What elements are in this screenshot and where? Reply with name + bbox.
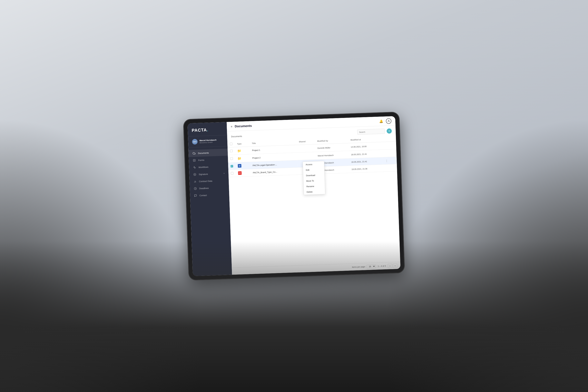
row2-modified-at: 18.05.2021, 21:41 [351,153,367,156]
context-menu: Access Edit Download Move To Rename Dele… [303,161,325,195]
row2-type-icon: 📁 [238,156,242,160]
logo-dot: . [207,127,208,132]
logo: PACTA. [192,127,208,133]
contact-icon [194,194,197,197]
col-modified-by: Modified by [315,137,348,144]
breadcrumb: Documents [231,135,242,138]
row2-moddate: 18.05.2021, 21:41 [348,150,382,158]
row4-modified-at: 18.05.2021, 21:36 [352,168,367,170]
sidebar-item-workflows-label: Workflows [198,166,208,168]
context-menu-item-move-to[interactable]: Move To [303,178,325,184]
row4-checkbox[interactable] [231,172,233,174]
row2-modifier: Marcel Horndasch [315,151,349,160]
row3-modified-at: 18.05.2021, 21:41 [351,160,367,163]
sidebar-item-contact[interactable]: Contact [190,191,229,199]
hand-right [382,118,588,392]
sidebar-item-forms-label: Forms [198,159,204,161]
user-info[interactable]: MH Marcel Horndasch BlockArts GmbH [188,135,228,148]
context-menu-item-delete[interactable]: Delete [304,188,325,195]
tablet-screen: PACTA. MH Marcel Horndasch BlockArts Gmb… [188,116,401,276]
add-icon: + [388,129,390,132]
context-menu-item-rename[interactable]: Rename [304,183,325,189]
row3-type: W [235,162,251,170]
workflows-icon [193,166,196,169]
contract-data-icon [193,180,197,183]
row4-type: PDF [236,169,251,177]
row1-filename: Project 1 [252,149,260,151]
prev-page-button[interactable]: ‹ [388,264,392,268]
row4-type-icon: PDF [238,171,242,175]
row1-moddate: 14.06.2021, 10:00 [348,142,382,151]
row1-checkbox[interactable] [230,150,233,152]
context-menu-item-download[interactable]: Download [303,172,325,178]
tablet: PACTA. MH Marcel Horndasch BlockArts Gmb… [184,112,404,280]
sidebar-nav: Documents Forms [188,146,232,276]
sidebar: PACTA. MH Marcel Horndasch BlockArts Gmb… [188,122,232,276]
sidebar-item-contract-data-label: Contract Data [199,180,212,182]
row2-more [382,149,397,157]
row1-modified-by: Dominik Müller [318,146,330,149]
row1-shared [297,144,315,152]
col-actions [381,135,396,142]
row2-checkbox-cell [228,154,235,162]
row4-checkbox-cell [228,170,236,177]
search-area: + [357,128,392,134]
col-type: Type [235,140,250,147]
row2-modified-by: Marcel Horndasch [318,154,334,157]
row1-modified-at: 14.06.2021, 10:00 [351,145,367,148]
row3-type-icon: W [238,164,241,168]
avatar: MH [192,139,198,144]
row1-more [381,142,396,150]
topbar-actions: 🔔 [379,118,391,124]
cloud-icon [193,152,196,155]
row1-type: 📁 [235,146,250,155]
topbar-user-icon[interactable] [386,118,391,124]
row3-checkbox[interactable]: ✓ [231,165,233,167]
col-shared: Shared [296,138,315,145]
row2-shared [297,152,316,160]
col-modified-at: Modified at [348,136,381,143]
row4-moddate: 18.05.2021, 21:36 [349,164,382,173]
context-menu-item-access[interactable]: Access [303,161,324,167]
next-page-button[interactable]: › [393,263,397,268]
pagination-bar: Items per page: 15 25 50 1 – 4 of 4 ‹ › [232,262,401,275]
row3-filename: PACTA-Legal-Operation-... [253,163,277,166]
row2-type: 📁 [235,154,250,162]
items-per-page-select[interactable]: 15 25 50 [367,264,376,268]
row2-checkbox[interactable] [230,157,233,160]
row1-modifier: Dominik Müller [315,143,348,152]
row1-checkbox-cell [228,147,235,155]
add-button[interactable]: + [386,128,392,134]
row3-moddate: 18.05.2021, 21:41 [349,157,382,166]
forms-icon [193,159,196,162]
sidebar-item-contact-label: Contact [199,194,207,196]
row3-more-button[interactable]: ⋮ [384,159,389,162]
row2-filename: Project 2 [252,156,260,159]
context-menu-item-edit[interactable]: Edit [303,166,324,173]
menu-icon[interactable]: ≡ [231,125,232,128]
row3-checkbox-cell: ✓ [228,162,236,170]
select-all-checkbox[interactable] [230,142,232,145]
col-checkbox [227,141,235,147]
sidebar-item-signature-label: Signature [199,173,208,176]
items-per-page: Items per page: 15 25 50 [352,264,376,269]
user-details: Marcel Horndasch BlockArts GmbH [200,138,224,144]
row3-more[interactable]: ⋮ [382,157,397,164]
signature-icon [193,173,197,176]
sidebar-item-documents-label: Documents [198,152,209,154]
hand-left [0,118,206,392]
row4-filename: PACTA_Brand_Typo_Co... [253,170,277,174]
row4-more [382,164,397,172]
main-content: ≡ Documents 🔔 Docume [227,116,401,275]
content-area: Documents + [227,126,400,275]
row1-type-icon: 📁 [237,149,241,153]
deadlines-icon [194,187,197,190]
page-nav: ‹ › [388,263,397,268]
signature-arrow: ▾ [224,172,225,174]
items-per-page-label: Items per page: [352,266,366,268]
row4-name: PACTA_Brand_Typo_Co... [250,167,298,176]
notification-icon[interactable]: 🔔 [379,119,383,123]
page-info: 1 – 4 of 4 [378,265,386,267]
svg-point-11 [388,120,389,121]
search-input[interactable] [357,128,385,134]
